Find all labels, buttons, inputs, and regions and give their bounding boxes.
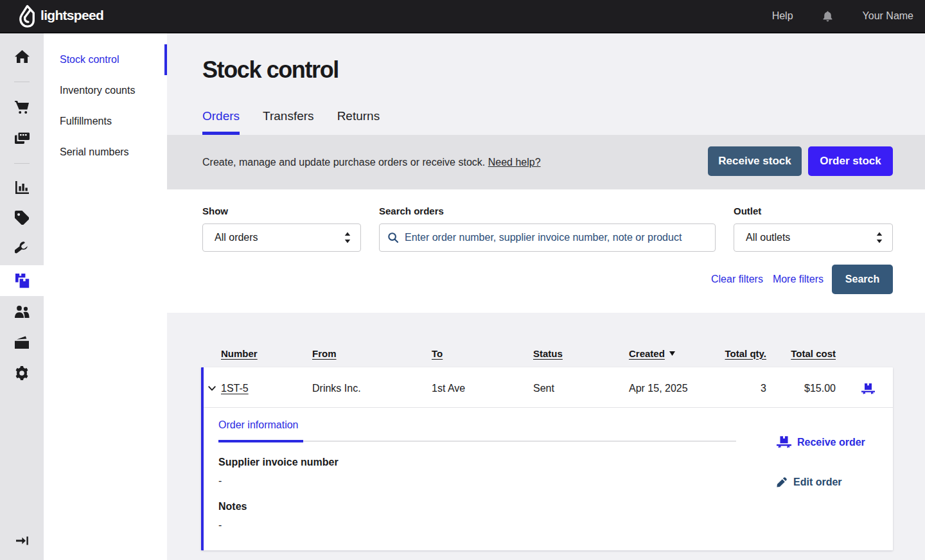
tab-order-information[interactable]: Order information: [218, 419, 299, 431]
rail-divider: [14, 82, 30, 82]
tab-transfers[interactable]: Transfers: [263, 109, 314, 135]
search-orders-box: [379, 223, 716, 252]
filters-actions: Clear filters More filters Search: [202, 265, 893, 294]
order-number-link[interactable]: 1ST-5: [221, 383, 249, 394]
order-details-actions: Receive order Edit order: [777, 419, 865, 550]
tabs: Orders Transfers Returns: [202, 109, 380, 135]
notes-value: -: [218, 520, 736, 531]
search-orders-label: Search orders: [379, 206, 716, 216]
rail-expand-sidebar-icon[interactable]: [0, 525, 44, 556]
topbar-right: Help Your Name: [772, 10, 913, 22]
clear-filters-link[interactable]: Clear filters: [711, 274, 763, 285]
column-header-total-qty[interactable]: Total qty.: [707, 348, 766, 359]
icon-rail: [0, 33, 44, 560]
rail-sell-icon[interactable]: [0, 92, 44, 123]
need-help-link[interactable]: Need help?: [488, 157, 541, 168]
rail-price-tag-icon[interactable]: [0, 202, 44, 233]
order-card: 1ST-5 Drinks Inc. 1st Ave Sent Apr 15, 2…: [201, 367, 893, 550]
order-to-cell: 1st Ave: [432, 383, 533, 394]
page-head: Stock control Orders Transfers Returns: [167, 33, 925, 135]
rail-cash-drawer-icon[interactable]: [0, 327, 44, 358]
bell-icon: [823, 11, 833, 22]
order-total-qty-cell: 3: [707, 383, 766, 394]
search-icon: [388, 232, 398, 243]
outlet-filter: Outlet All outlets: [734, 206, 893, 252]
sidebar-item-stock-control[interactable]: Stock control: [44, 44, 167, 75]
order-stock-button[interactable]: Order stock: [808, 146, 893, 176]
edit-order-button[interactable]: Edit order: [777, 477, 842, 488]
page-title: Stock control: [202, 57, 339, 83]
column-header-created-label: Created: [629, 348, 665, 359]
order-receive-icon-cell[interactable]: [836, 383, 893, 394]
rail-home-icon[interactable]: [0, 41, 44, 72]
order-from-cell: Drinks Inc.: [312, 383, 432, 394]
help-link[interactable]: Help: [772, 10, 793, 22]
outlet-label: Outlet: [734, 206, 893, 216]
row-expander[interactable]: [204, 386, 221, 391]
order-created-cell: Apr 15, 2025: [629, 383, 707, 394]
supplier-invoice-value: -: [218, 475, 736, 487]
filters-row: Show All orders Search orders: [202, 206, 893, 252]
supplier-invoice-label: Supplier invoice number: [218, 457, 736, 468]
rail-setup-wrench-icon[interactable]: [0, 232, 44, 263]
sidebar: Stock control Inventory counts Fulfillme…: [44, 33, 167, 560]
brand-name: lightspeed: [40, 8, 103, 23]
user-menu[interactable]: Your Name: [863, 10, 913, 22]
column-header-from[interactable]: From: [312, 348, 432, 359]
tab-returns[interactable]: Returns: [337, 109, 380, 135]
order-details-left: Order information Supplier invoice numbe…: [218, 419, 736, 550]
shell: Stock control Inventory counts Fulfillme…: [0, 33, 925, 560]
info-banner: Create, manage and update purchase order…: [167, 135, 925, 189]
receive-stock-button[interactable]: Receive stock: [708, 146, 802, 176]
more-filters-link[interactable]: More filters: [773, 274, 824, 285]
lightspeed-flame-icon: [17, 4, 38, 29]
topbar: lightspeed Help Your Name: [0, 0, 925, 33]
filters-panel: Show All orders Search orders: [167, 189, 925, 313]
show-filter: Show All orders: [202, 206, 361, 252]
main: Stock control Orders Transfers Returns C…: [167, 33, 925, 560]
banner-actions: Receive stock Order stock: [708, 146, 893, 176]
search-orders-input[interactable]: [405, 232, 707, 243]
column-header-number[interactable]: Number: [221, 348, 312, 359]
receive-order-label: Receive order: [797, 437, 865, 448]
order-row[interactable]: 1ST-5 Drinks Inc. 1st Ave Sent Apr 15, 2…: [204, 367, 893, 408]
search-button[interactable]: Search: [832, 265, 893, 294]
column-header-total-cost[interactable]: Total cost: [766, 348, 836, 359]
chevron-down-icon: [208, 386, 216, 391]
rail-settings-gear-icon[interactable]: [0, 358, 44, 389]
edit-order-label: Edit order: [793, 477, 842, 488]
rail-customers-icon[interactable]: [0, 296, 44, 327]
select-spinner-icon: [344, 231, 351, 244]
search-filter: Search orders: [379, 206, 716, 252]
sidebar-item-inventory-counts[interactable]: Inventory counts: [44, 75, 167, 106]
select-spinner-icon: [876, 231, 883, 244]
order-status-cell: Sent: [533, 383, 629, 394]
show-select[interactable]: All orders: [202, 223, 361, 252]
receive-order-button[interactable]: Receive order: [777, 436, 865, 448]
column-header-status[interactable]: Status: [533, 348, 629, 359]
receive-pallet-icon: [777, 436, 791, 448]
banner-text-body: Create, manage and update purchase order…: [202, 157, 485, 168]
orders-section: Number From To Status Created Total qty.…: [167, 344, 925, 550]
rail-reporting-icon[interactable]: [0, 172, 44, 203]
notifications-button[interactable]: [823, 11, 833, 22]
sidebar-item-serial-numbers[interactable]: Serial numbers: [44, 137, 167, 168]
sidebar-item-fulfillments[interactable]: Fulfillments: [44, 106, 167, 137]
order-total-cost-cell: $15.00: [766, 383, 836, 394]
order-information-tabline: [218, 441, 736, 442]
order-details-panel: Order information Supplier invoice numbe…: [204, 408, 893, 550]
banner-text: Create, manage and update purchase order…: [202, 157, 541, 168]
show-label: Show: [202, 206, 361, 216]
receive-pallet-icon: [861, 383, 875, 394]
outlet-select[interactable]: All outlets: [734, 223, 893, 252]
column-header-to[interactable]: To: [432, 348, 533, 359]
rail-stock-control-icon[interactable]: [0, 265, 44, 296]
app: lightspeed Help Your Name: [0, 0, 925, 560]
pencil-icon: [777, 477, 787, 487]
notes-label: Notes: [218, 501, 736, 512]
lightspeed-logo[interactable]: lightspeed: [17, 4, 103, 29]
tab-orders[interactable]: Orders: [202, 109, 240, 135]
sort-desc-icon: [669, 351, 675, 356]
rail-register-icon[interactable]: [0, 122, 44, 153]
column-header-created[interactable]: Created: [629, 348, 707, 359]
